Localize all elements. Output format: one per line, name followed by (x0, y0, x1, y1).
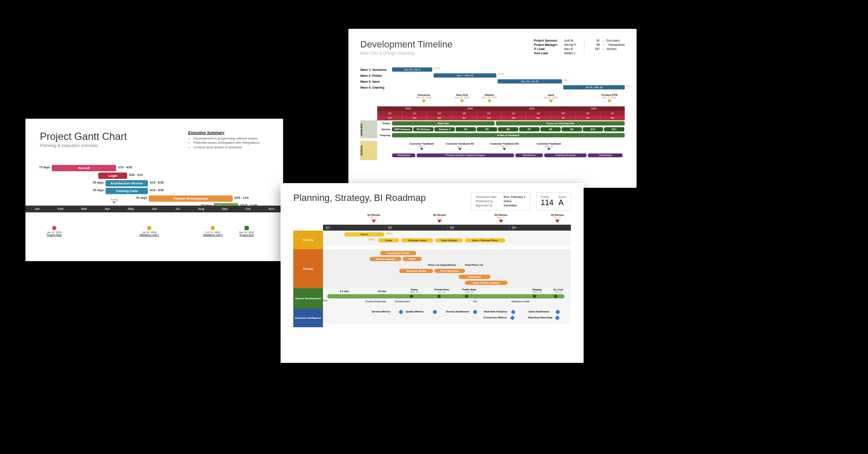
quarter-reviews: Q1 ReviewMar 31Q2 ReviewJul 3Q3 ReviewSe… (293, 214, 571, 225)
month-axis: JanFebMarAprMayJunJulAugSepOctNov (25, 206, 283, 212)
gantt-bar: Partner Development (149, 195, 233, 202)
milestone: Nov 30, 2022Project End (234, 226, 259, 236)
exec-bullet: Potential issues anticipated with integr… (193, 141, 269, 145)
dev-meta: Project Sponsor:Jodi W.Project Manager:W… (534, 39, 625, 55)
lane-business-intelligence: Business Intelligence Service MetricsQua… (293, 309, 571, 327)
gantt-bar: Training Calls (106, 188, 148, 194)
milestone-row: Jan 15, 2022Project StartJun 30, 2022Val… (40, 226, 269, 243)
design-label: DESIGN (360, 141, 377, 160)
gantt-bar: Legal Agreements (98, 173, 127, 179)
wave-row: Wave 1: GemstoneNov 16 - Apr 5100% (360, 67, 625, 72)
exec-summary: Executive Summary Development is progres… (188, 131, 269, 150)
exec-bullet: Content work ahead of schedule (193, 145, 269, 150)
gantt-bar: Architecture Review (106, 180, 148, 187)
milestone: Jan 15, 2022Project Start (42, 226, 67, 236)
roadmap-card: Planning, Strategy, BI Roadmap Scorecard… (281, 183, 584, 363)
lane-planning: Planning Vision100%Goals100%Strategic In… (293, 231, 571, 249)
main-dev-label: MAIN DEV (360, 120, 377, 138)
quarter-bar: Q1 Q2 Q3 Q4 (293, 225, 571, 231)
lane-service-dev: Service Development AlphaMay 20Private B… (293, 288, 571, 309)
roadmap-meta: Scorecard DateMon, February 3Reviewed by… (471, 192, 571, 210)
calendar-strip: 2019202020212022 Q4Q1Q2Q3Q4Q1Q2Q3Q4Q1 Oc… (360, 106, 625, 120)
exec-summary-title: Executive Summary (188, 131, 269, 135)
main-dev-section: MAIN DEV TracksMain DevFocus on Charting… (360, 120, 625, 138)
wave-row: Wave 3: SandNov 24 - Jul 1650% (360, 78, 625, 84)
waves: Wave 1: GemstoneNov 16 - Apr 5100%Wave 2… (360, 67, 625, 90)
milestone: Oct 11, 2022Validation Call 2 (200, 226, 225, 236)
today-marker: Today (110, 198, 118, 204)
gantt-bar: Recruit (52, 165, 116, 171)
gantt-card: Project Gantt Chart Planning & execution… (25, 119, 283, 261)
wave-row: Wave 4: ChartingJul 19 - Mar 280% (360, 84, 625, 90)
exec-bullet: Development is progressing without issue… (193, 136, 269, 141)
dev-timeline-card: Development Timeline Main Dev & Design P… (348, 29, 637, 188)
milestone: Jun 30, 2022Validation Call 1 (136, 226, 162, 236)
design-section: DESIGN Customer FeedbackMar 1Customer Fe… (360, 141, 625, 160)
wave-milestones: GemstoneMar 28, 2020Data GridAug 22, 202… (360, 94, 625, 106)
wave-row: Wave 2: PebbleApr 7 - Nov 19100% (360, 72, 625, 78)
lane-strategy: Strategy Competitor ReviewMarket Analysi… (293, 249, 571, 288)
